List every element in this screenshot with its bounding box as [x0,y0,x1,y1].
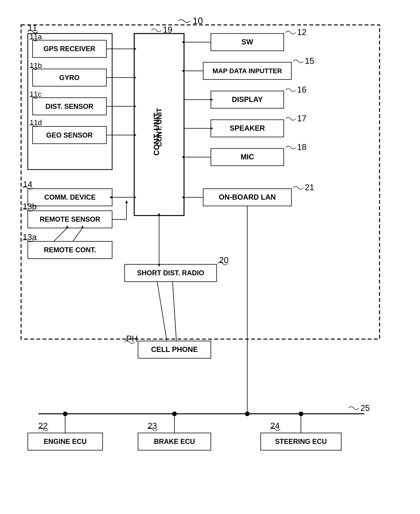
ref-ph: PH [126,334,138,343]
ref-10: 10 [193,16,203,26]
mic-label: MIC [240,153,254,161]
ref-15: 15 [305,56,314,66]
ref-20: 20 [219,255,228,265]
ref-23: 23 [148,421,157,431]
map-data-label: MAP DATA INPUTTER [213,67,282,74]
ref-24: 24 [270,421,280,431]
ref-16: 16 [297,85,307,94]
ref-11: 11 [28,23,37,32]
ref-12: 12 [297,27,307,37]
ref-17: 17 [297,114,307,123]
svg-point-59 [245,411,250,416]
gyro-label: GYRO [59,74,80,82]
dist-sensor-label: DIST. SENSOR [45,103,93,110]
on-board-lan-label: ON-BOARD LAN [219,193,276,201]
sw-label: SW [241,38,253,46]
engine-ecu-label: ENGINE ECU [44,438,87,445]
svg-point-65 [299,411,303,416]
remote-sensor-label: REMOTE SENSOR [40,215,100,223]
speaker-label: SPEAKER [230,124,265,132]
ref-19: 19 [163,25,172,34]
ref-11a: 11a [30,33,42,41]
ref-11d: 11d [30,118,42,127]
ref-21: 21 [305,183,314,192]
ref-11c: 11c [30,90,41,98]
remote-cont-label: REMOTE CONT. [44,246,96,254]
brake-ecu-label: BRAKE ECU [154,438,195,445]
cell-phone-label: CELL PHONE [151,345,198,353]
short-dist-radio-label: SHORT DIST. RADIO [137,269,204,277]
display-label: DISPLAY [232,95,262,103]
cont-unit-text: CONT. UNIT [152,113,161,155]
ref-22: 22 [38,421,48,431]
ref-13a: 13a [22,232,37,242]
comm-device-label: COMM. DEVICE [44,193,96,201]
svg-point-63 [172,411,177,416]
steering-ecu-label: STEERING ECU [275,438,327,445]
gps-receiver-label: GPS RECEIVER [44,45,95,53]
ref-14: 14 [23,180,32,189]
geo-sensor-label: GEO SENSOR [46,131,93,139]
svg-point-61 [63,411,68,416]
ref-11b: 11b [30,61,42,70]
ref-25: 25 [360,403,370,413]
ref-13b: 13b [22,202,37,211]
ref-18: 18 [297,142,307,152]
